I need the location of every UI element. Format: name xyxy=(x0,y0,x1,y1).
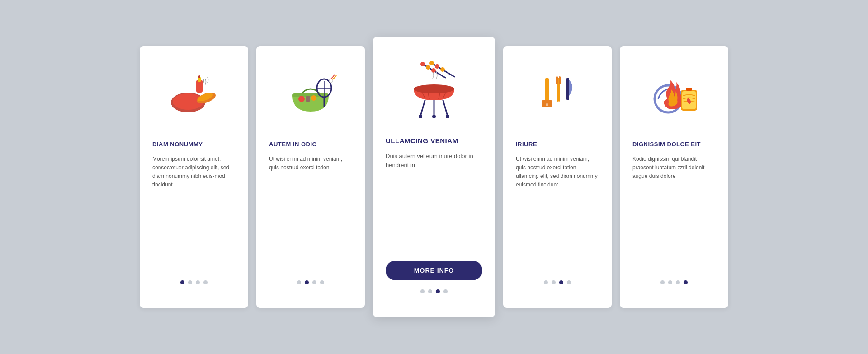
svg-point-33 xyxy=(419,115,422,118)
svg-point-34 xyxy=(432,115,436,118)
dot xyxy=(305,280,309,284)
card-5-dots xyxy=(632,280,716,295)
dot xyxy=(428,289,432,293)
svg-point-22 xyxy=(435,64,439,69)
card-1-title: DIAM NONUMMY xyxy=(152,141,203,149)
card-2-content: AUTEM IN ODIO Ut wisi enim ad minim veni… xyxy=(256,136,365,308)
card-5-text: Kodio dignissim qui blandit praesent lup… xyxy=(632,155,716,226)
dot xyxy=(188,280,192,284)
dot xyxy=(676,280,680,284)
card-1-text: Morem ipsum dolor sit amet, consectetuer… xyxy=(152,155,236,230)
svg-rect-4 xyxy=(196,80,203,93)
bbq-tools-icon xyxy=(528,66,587,125)
card-2-title: AUTEM IN ODIO xyxy=(269,141,317,149)
picnic-basket-icon xyxy=(281,66,340,125)
svg-rect-14 xyxy=(306,96,310,102)
svg-point-13 xyxy=(298,96,305,102)
dot xyxy=(660,280,665,284)
card-1-content: DIAM NONUMMY Morem ipsum dolor sit amet,… xyxy=(140,136,248,308)
dot xyxy=(436,289,440,293)
svg-point-18 xyxy=(426,65,430,70)
dot xyxy=(544,280,548,284)
dot xyxy=(552,280,556,284)
dot xyxy=(443,289,448,293)
bbq-meat-icon xyxy=(165,66,223,125)
card-3-content: ULLAMCING VENIAM Duis autem vel eum iriu… xyxy=(373,132,495,317)
grill-icon xyxy=(400,55,468,123)
svg-line-30 xyxy=(420,100,425,116)
card-3-dots xyxy=(386,289,482,304)
card-2-dots xyxy=(269,280,352,295)
card-5-icon-area xyxy=(620,46,728,136)
svg-point-35 xyxy=(446,115,449,118)
card-4-text: Ut wisi enim ad minim veniam, quis nostr… xyxy=(516,155,599,230)
card-2: AUTEM IN ODIO Ut wisi enim ad minim veni… xyxy=(256,46,365,308)
dot xyxy=(203,280,208,284)
svg-point-21 xyxy=(429,61,434,65)
svg-rect-6 xyxy=(198,75,200,78)
card-2-icon-area xyxy=(256,46,365,136)
svg-point-43 xyxy=(557,101,560,104)
card-3-title: ULLAMCING VENIAM xyxy=(386,136,458,145)
card-2-text: Ut wisi enim ad minim veniam, quis nostr… xyxy=(269,155,352,222)
dot xyxy=(312,280,316,284)
card-1-icon-area xyxy=(140,46,248,136)
dot xyxy=(196,280,200,284)
card-4-icon-area xyxy=(503,46,612,136)
card-3-text: Duis autem vel eum iriure dolor in hendr… xyxy=(386,152,482,252)
card-4-dots xyxy=(516,280,599,295)
svg-rect-41 xyxy=(566,78,569,100)
cards-container: DIAM NONUMMY Morem ipsum dolor sit amet,… xyxy=(104,10,764,344)
svg-rect-40 xyxy=(559,76,561,84)
dot xyxy=(559,280,563,284)
svg-point-19 xyxy=(431,68,436,73)
dot xyxy=(684,280,688,284)
card-4-content: IRIURE Ut wisi enim ad minim veniam, qui… xyxy=(503,136,612,308)
card-1: DIAM NONUMMY Morem ipsum dolor sit amet,… xyxy=(140,46,248,308)
svg-line-31 xyxy=(443,100,448,116)
dot xyxy=(567,280,571,284)
svg-point-15 xyxy=(311,95,316,101)
svg-point-42 xyxy=(546,103,548,106)
svg-point-23 xyxy=(440,67,445,72)
svg-rect-39 xyxy=(556,76,558,84)
svg-point-17 xyxy=(420,62,425,66)
card-4-title: IRIURE xyxy=(516,141,537,149)
dot xyxy=(180,280,184,284)
dot xyxy=(320,280,324,284)
svg-rect-36 xyxy=(545,78,549,102)
dot xyxy=(420,289,425,293)
card-5-content: DIGNISSIM DOLOE EIT Kodio dignissim qui … xyxy=(620,136,728,308)
svg-rect-47 xyxy=(686,88,692,91)
card-5-title: DIGNISSIM DOLOE EIT xyxy=(632,141,701,149)
card-3: ULLAMCING VENIAM Duis autem vel eum iriu… xyxy=(373,37,495,317)
card-3-icon-area xyxy=(373,37,495,132)
card-4: IRIURE Ut wisi enim ad minim veniam, qui… xyxy=(503,46,612,308)
more-info-button[interactable]: MORE INFO xyxy=(386,261,482,280)
dot xyxy=(297,280,301,284)
svg-point-12 xyxy=(329,79,333,83)
dot xyxy=(668,280,672,284)
fire-charcoal-icon xyxy=(645,66,703,125)
card-1-dots xyxy=(152,280,236,295)
card-5: DIGNISSIM DOLOE EIT Kodio dignissim qui … xyxy=(620,46,728,308)
